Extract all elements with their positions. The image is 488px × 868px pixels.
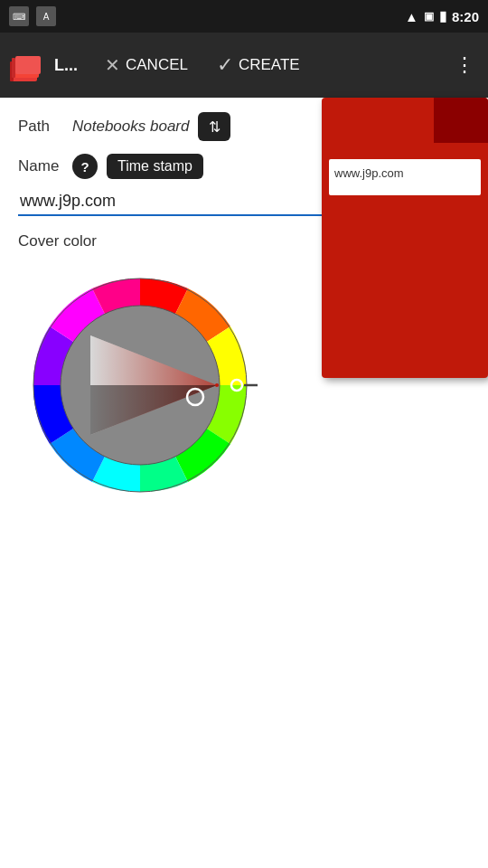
sort-button[interactable]: ⇅ [198,112,230,141]
status-bar-left: ⌨ A [9,6,56,26]
create-label: CREATE [239,56,300,74]
cancel-icon: ✕ [105,54,120,76]
notebook-label: www.j9p.com [329,159,481,195]
app-logo [7,46,45,84]
toolbar: L... ✕ CANCEL ✓ CREATE ⋮ [0,33,488,98]
help-button[interactable]: ? [72,154,98,179]
notebook-cover: www.j9p.com [322,98,488,378]
status-bar-right: ▲ ▣ ▮ 8:20 [405,8,479,24]
toolbar-title: L... [54,56,78,75]
font-icon: A [36,6,56,26]
timestamp-button[interactable]: Time stamp [107,154,203,179]
color-wheel[interactable] [18,263,262,507]
svg-point-12 [215,383,219,387]
battery-icon: ▮ [439,8,446,24]
more-options-button[interactable]: ⋮ [449,53,481,77]
sim-icon: ▣ [424,10,434,23]
path-label: Path [18,118,63,136]
notebook-preview: www.j9p.com [322,98,488,387]
status-bar: ⌨ A ▲ ▣ ▮ 8:20 [0,0,488,33]
svg-rect-2 [15,56,41,74]
name-label: Name [18,157,63,175]
keyboard-icon: ⌨ [9,6,29,26]
notebook-cover-accent [434,98,488,143]
clock: 8:20 [452,9,479,24]
notebook-url: www.j9p.com [334,166,404,180]
check-icon: ✓ [217,53,233,77]
wifi-icon: ▲ [405,9,418,24]
cancel-button[interactable]: ✕ CANCEL [96,49,197,81]
svg-rect-4 [12,58,15,78]
cancel-label: CANCEL [126,56,188,74]
path-value: Notebooks board [72,118,189,136]
create-button[interactable]: ✓ CREATE [208,48,309,82]
